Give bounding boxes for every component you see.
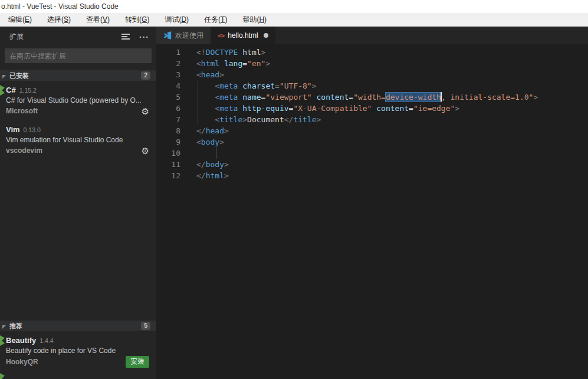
tab--[interactable]: 欢迎使用 xyxy=(156,27,211,44)
extension-name: Beautify xyxy=(6,336,36,345)
section-installed[interactable]: 已安装 2 xyxy=(0,70,156,81)
code-line[interactable]: 3<head> xyxy=(156,69,588,80)
gear-icon[interactable]: ⚙ xyxy=(142,107,149,116)
code-token: title xyxy=(293,115,316,124)
menu-item-t[interactable]: 任务(T) xyxy=(198,13,233,27)
menu-item-g[interactable]: 转到(G) xyxy=(119,13,155,27)
title-bar: o.html - VueTest - Visual Studio Code xyxy=(0,0,588,13)
code-token: "viewport" xyxy=(265,93,311,102)
vscode-window: o.html - VueTest - Visual Studio Code 编辑… xyxy=(0,0,588,379)
code-line[interactable]: 11</body> xyxy=(156,159,588,170)
tab-label: hello.html xyxy=(228,31,258,40)
line-number: 6 xyxy=(156,103,189,114)
code-editor[interactable]: 1<!DOCTYPE html>2<html lang="en">3<head>… xyxy=(156,44,588,379)
window-title: o.html - VueTest - Visual Studio Code xyxy=(1,2,119,11)
line-number: 10 xyxy=(156,148,189,159)
code-line[interactable]: 6 <meta http-equiv="X-UA-Compatible" con… xyxy=(156,103,588,114)
extension-item[interactable]: Beautify1.4.4Beautify code in place for … xyxy=(0,331,156,372)
code-text xyxy=(196,149,216,158)
tab-bar-empty xyxy=(275,27,588,44)
code-token: meta xyxy=(219,81,238,90)
section-installed-label: 已安装 xyxy=(9,71,141,80)
code-token: <! xyxy=(196,48,206,57)
code-token: < xyxy=(215,104,219,113)
code-token: > xyxy=(317,115,321,124)
code-token: </ xyxy=(196,126,206,135)
line-number: 7 xyxy=(156,114,189,125)
code-text: </html> xyxy=(196,171,229,180)
code-token: title xyxy=(219,115,242,124)
line-number: 4 xyxy=(156,80,189,92)
vscode-logo-icon xyxy=(163,31,172,40)
code-text: <title>Document</title> xyxy=(196,115,321,124)
menu-item-s[interactable]: 选择(S) xyxy=(41,13,77,27)
code-token: > xyxy=(455,104,459,113)
sidebar-spacer xyxy=(0,160,156,321)
tab-label: 欢迎使用 xyxy=(175,31,203,41)
more-actions-icon[interactable]: ··· xyxy=(139,34,149,40)
line-number: 11 xyxy=(156,159,189,170)
code-token: "ie=edge" xyxy=(413,104,455,113)
code-token: = xyxy=(275,81,280,90)
line-number: 3 xyxy=(156,69,189,80)
code-token: > xyxy=(533,93,538,102)
menu-item-d[interactable]: 调试(D) xyxy=(159,13,195,27)
code-line[interactable]: 5 <meta name="viewport" content="width=d… xyxy=(156,92,588,103)
code-line[interactable]: 8</head> xyxy=(156,125,588,136)
code-token: > xyxy=(312,81,317,90)
code-token: = xyxy=(242,59,247,68)
code-line[interactable]: 9<body> xyxy=(156,136,588,148)
code-line[interactable]: 2<html lang="en"> xyxy=(156,58,588,69)
code-token: , initial-scale=1.0" xyxy=(441,93,534,102)
filter-icon[interactable] xyxy=(121,34,130,40)
code-token: charset xyxy=(242,81,275,90)
code-token: head xyxy=(206,126,224,135)
code-token: content xyxy=(317,93,349,102)
code-token: > xyxy=(224,171,229,180)
install-button[interactable]: 安装 xyxy=(126,356,149,368)
code-token xyxy=(312,93,317,102)
code-line[interactable]: 1<!DOCTYPE html> xyxy=(156,47,588,58)
partial-extension-item[interactable] xyxy=(0,372,156,379)
code-token: head xyxy=(201,70,219,79)
code-token: "en" xyxy=(247,59,265,68)
extensions-search-input[interactable] xyxy=(5,48,152,63)
extension-version: 1.4.4 xyxy=(40,337,53,344)
code-line[interactable]: 12</html> xyxy=(156,170,588,181)
code-token: = xyxy=(409,104,413,113)
menu-item-h[interactable]: 帮助(H) xyxy=(236,13,272,27)
code-text: <html lang="en"> xyxy=(196,59,270,68)
gear-icon[interactable]: ⚙ xyxy=(142,146,149,155)
extension-item[interactable]: Vim0.13.0Vim emulation for Visual Studio… xyxy=(0,120,156,160)
extensions-header: 扩展 ··· xyxy=(0,27,156,47)
code-token: < xyxy=(196,70,201,79)
code-token: Document xyxy=(247,115,284,124)
indent-guide xyxy=(216,148,216,159)
code-token: "X-UA-Compatible" xyxy=(293,104,372,113)
menu-item-v[interactable]: 查看(V) xyxy=(80,13,116,27)
extension-description: Vim emulation for Visual Studio Code xyxy=(6,135,149,145)
line-number: 8 xyxy=(156,125,189,136)
section-recommended[interactable]: 推荐 5 xyxy=(0,321,156,331)
extensions-title: 扩展 xyxy=(9,32,121,42)
extensions-sidebar: 扩展 ··· 已安装 2 C#1.15.2C# for Visual Studi… xyxy=(0,27,156,379)
tab-hello-html[interactable]: <>hello.html xyxy=(211,27,275,44)
code-line[interactable]: 7 <title>Document</title> xyxy=(156,114,588,125)
code-line[interactable]: 10 xyxy=(156,148,588,159)
extension-author: vscodevim xyxy=(6,145,142,156)
installed-extensions-list: C#1.15.2C# for Visual Studio Code (power… xyxy=(0,81,156,160)
code-token: body xyxy=(206,160,224,169)
code-token xyxy=(219,59,224,68)
code-text: <meta name="viewport" content="width=dev… xyxy=(196,93,538,102)
code-token: > xyxy=(224,160,229,169)
menu-item-e[interactable]: 编辑(E) xyxy=(2,13,38,27)
extension-description: C# for Visual Studio Code (powered by O.… xyxy=(6,96,149,106)
extension-item[interactable]: C#1.15.2C# for Visual Studio Code (power… xyxy=(0,81,156,120)
recommended-extensions-list: Beautify1.4.4Beautify code in place for … xyxy=(0,331,156,372)
extension-logo-icon xyxy=(0,335,5,346)
section-expand-icon xyxy=(2,75,6,79)
extensions-search xyxy=(5,48,152,63)
code-line[interactable]: 4 <meta charset="UTF-8"> xyxy=(156,80,588,92)
code-token: body xyxy=(201,138,219,146)
code-token: < xyxy=(215,115,219,124)
